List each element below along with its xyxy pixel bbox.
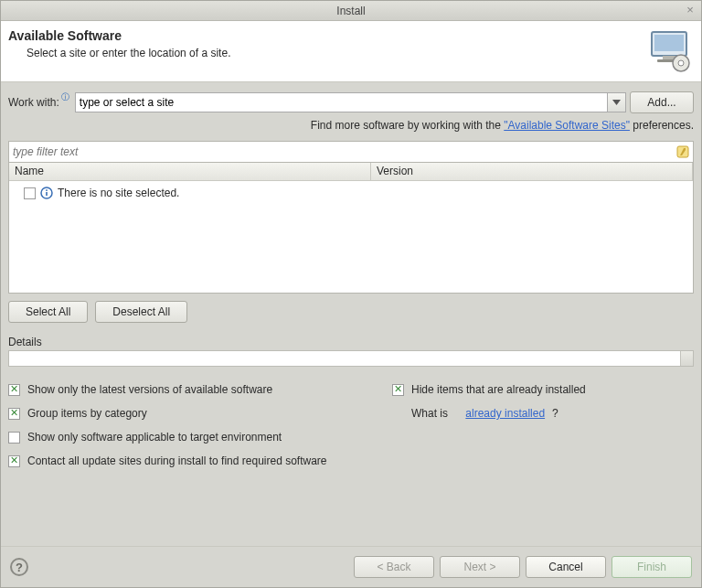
- checkbox[interactable]: [8, 408, 20, 420]
- available-software-sites-link[interactable]: "Available Software Sites": [504, 119, 630, 132]
- back-button: < Back: [354, 556, 434, 578]
- column-version[interactable]: Version: [371, 163, 693, 180]
- checkbox[interactable]: [8, 432, 20, 444]
- row-checkbox[interactable]: [24, 187, 36, 199]
- page-title: Available Software: [8, 28, 646, 43]
- clear-filter-icon[interactable]: [673, 145, 693, 158]
- install-dialog: Install × Available Software Select a si…: [0, 0, 702, 588]
- help-badge-icon[interactable]: ⓘ: [61, 91, 69, 103]
- opt-latest-versions[interactable]: Show only the latest versions of availab…: [8, 383, 392, 396]
- table-row: There is no site selected.: [9, 185, 693, 201]
- opt-contact-update-sites[interactable]: Contact all update sites during install …: [8, 454, 392, 467]
- filter-box[interactable]: [8, 141, 694, 163]
- column-name[interactable]: Name: [9, 163, 371, 180]
- help-icon[interactable]: ?: [10, 558, 28, 576]
- cancel-button[interactable]: Cancel: [526, 556, 606, 578]
- empty-row-text: There is no site selected.: [58, 187, 179, 199]
- checkbox[interactable]: [392, 384, 404, 396]
- deselect-all-button[interactable]: Deselect All: [95, 301, 187, 323]
- svg-point-5: [678, 60, 684, 66]
- page-subtitle: Select a site or enter the location of a…: [27, 47, 646, 59]
- titlebar: Install ×: [1, 1, 701, 21]
- select-all-button[interactable]: Select All: [8, 301, 88, 323]
- scrollbar[interactable]: [680, 351, 693, 366]
- next-button: Next >: [440, 556, 520, 578]
- opt-applicable-target[interactable]: Show only software applicable to target …: [8, 431, 392, 444]
- window-title: Install: [336, 5, 365, 17]
- work-with-row: Work with: ⓘ Add...: [8, 91, 694, 113]
- details-label: Details: [8, 336, 694, 348]
- close-icon[interactable]: ×: [684, 4, 697, 16]
- software-sites-help: Find more software by working with the "…: [8, 119, 694, 132]
- install-wizard-icon: [646, 28, 692, 72]
- software-table: Name Version There is no site selected.: [8, 163, 694, 294]
- combo-dropdown-button[interactable]: [607, 93, 625, 112]
- checkbox[interactable]: [8, 384, 20, 396]
- wizard-footer: ? < Back Next > Cancel Finish: [1, 546, 701, 587]
- already-installed-help: What is already installed?: [392, 407, 694, 420]
- banner: Available Software Select a site or ente…: [1, 21, 701, 82]
- opt-group-by-category[interactable]: Group items by category: [8, 407, 392, 420]
- add-site-button[interactable]: Add...: [630, 91, 694, 113]
- opt-hide-installed[interactable]: Hide items that are already installed: [392, 383, 694, 396]
- svg-rect-9: [46, 189, 48, 191]
- svg-rect-1: [654, 35, 684, 51]
- work-with-combo[interactable]: [75, 92, 626, 112]
- filter-input[interactable]: [9, 145, 673, 158]
- finish-button: Finish: [612, 556, 692, 578]
- info-icon: [40, 187, 53, 199]
- already-installed-link[interactable]: already installed: [465, 407, 545, 420]
- work-with-label: Work with:: [8, 96, 59, 109]
- svg-rect-8: [46, 192, 48, 196]
- details-text-area[interactable]: [8, 350, 694, 367]
- checkbox[interactable]: [8, 455, 20, 467]
- work-with-input[interactable]: [76, 93, 607, 112]
